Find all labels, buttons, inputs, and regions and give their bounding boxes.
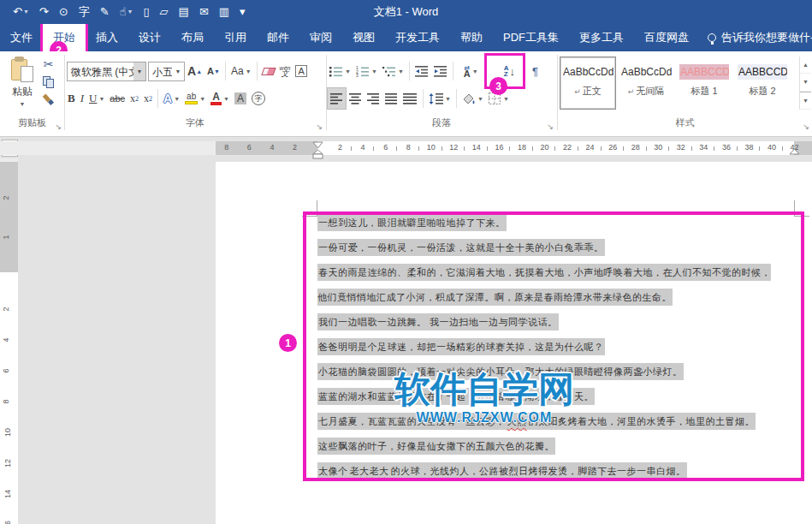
cut-icon[interactable]: ✂ xyxy=(44,58,54,70)
tab-引用[interactable]: 引用 xyxy=(214,24,257,51)
selected-text-spelling-error[interactable]: 火热 xyxy=(507,413,528,430)
character-shading-button[interactable]: A xyxy=(232,87,249,110)
italic-button[interactable]: I xyxy=(78,87,86,110)
tab-邮件[interactable]: 邮件 xyxy=(257,24,299,51)
tab-更多工具[interactable]: 更多工具 xyxy=(569,24,634,51)
style-正文[interactable]: AaBbCcDdE↵正文 xyxy=(560,57,616,110)
new-document-button[interactable]: ▯ xyxy=(139,0,153,24)
show-hide-marks-button[interactable]: ¶ xyxy=(530,60,541,82)
font-color-button[interactable]: A▼ xyxy=(208,87,232,110)
document-text[interactable]: 一想到这儿，眼泪就噼里啪啦地掉了下来。一份可爱，一份机灵，一份活泼，这就是十全十… xyxy=(317,211,771,484)
open-button[interactable]: ▱ xyxy=(156,0,173,24)
enclose-characters-button[interactable]: 字 xyxy=(249,87,268,110)
highlight-color-button[interactable]: ab▼ xyxy=(182,87,208,110)
line-spacing-button[interactable]: ▼ xyxy=(426,87,453,110)
style-无间隔[interactable]: AaBbCcDdE↵无间隔 xyxy=(618,57,674,110)
underline-button[interactable]: U▼ xyxy=(86,87,107,110)
change-case-button[interactable]: Aa▼ xyxy=(228,60,254,82)
chevron-down-icon[interactable]: ▼ xyxy=(133,63,145,80)
tab-百度网盘[interactable]: 百度网盘 xyxy=(634,24,699,51)
document-paragraph[interactable]: 太像个老大老大的火球，光线灼人，公路被烈日烤得发烫，脚踏下去一步一串白烟。 xyxy=(317,459,771,484)
clear-format-button[interactable] xyxy=(260,60,277,82)
styles-dialog-launcher[interactable]: ↘ xyxy=(803,122,809,131)
character-border-button[interactable]: A xyxy=(293,60,309,82)
selected-text-spelling-error[interactable]: 老大老大 xyxy=(349,462,390,479)
format-painter-icon[interactable] xyxy=(43,94,54,105)
selected-text[interactable]: 蓝蓝的湖水和蓝蓝的天连在了一起，分不清哪是湖水，哪是天。 xyxy=(317,388,595,405)
vertical-ruler[interactable]: 21246810121416 xyxy=(0,158,18,524)
shrink-font-button[interactable]: A▼ xyxy=(204,60,222,82)
save-button[interactable]: ▤ xyxy=(175,0,193,24)
document-paragraph[interactable]: 爸爸明明是个足球迷，却把一场精彩的球赛关掉，这是为什么呢？ xyxy=(317,335,771,360)
strikethrough-button[interactable]: abc xyxy=(107,87,127,110)
undo-button[interactable]: ↶▼ xyxy=(9,0,33,24)
style-标题 1[interactable]: AABBCCD标题 1 xyxy=(676,57,732,110)
tab-布局[interactable]: 布局 xyxy=(171,24,214,51)
selected-text[interactable]: 的火球，光线灼人，公路被烈日烤得发烫，脚踏下去一步一串白烟。 xyxy=(390,462,687,479)
styles-scroll-down-button[interactable]: ▼ xyxy=(800,74,811,91)
bold-button[interactable]: B xyxy=(65,87,78,110)
tab-文件[interactable]: 文件 xyxy=(0,24,43,51)
increase-indent-button[interactable] xyxy=(431,60,450,82)
paragraph-dialog-launcher[interactable]: ↘ xyxy=(547,122,554,131)
selected-text[interactable]: 春天的雨是连绵的、柔和的，它滋润着大地，抚摸着大地，小声地呼唤着大地，在人们不知… xyxy=(317,264,771,306)
tab-PDF工具集[interactable]: PDF工具集 xyxy=(493,24,569,51)
subscript-button[interactable]: x2 xyxy=(127,87,141,110)
tab-插入[interactable]: 插入 xyxy=(86,24,128,51)
style-标题 2[interactable]: AABBCCDI标题 2 xyxy=(734,57,791,110)
tab-帮助[interactable]: 帮助 xyxy=(450,24,493,51)
selected-text[interactable]: 太像个 xyxy=(317,462,349,479)
copy-icon[interactable] xyxy=(43,76,54,88)
redo-button[interactable]: ↷ xyxy=(35,0,53,24)
justify-button[interactable] xyxy=(382,87,400,110)
align-right-button[interactable] xyxy=(365,87,382,110)
align-left-button[interactable] xyxy=(327,87,347,110)
text-effects-button[interactable]: A▼ xyxy=(161,87,182,110)
selected-text[interactable]: 一想到这儿，眼泪就噼里啪啦地掉了下来。 xyxy=(317,214,507,231)
phonetic-guide-button[interactable]: wén文 xyxy=(277,60,293,82)
selected-text[interactable]: 小花猫的脑袋圆圆的，顶着一对尖尖的小耳朵，那大大的绿眼睛瞪得像两盏小绿灯。 xyxy=(317,363,684,380)
document-paragraph[interactable]: 春天的雨是连绵的、柔和的，它滋润着大地，抚摸着大地，小声地呼唤着大地，在人们不知… xyxy=(317,260,771,310)
font-dialog-launcher[interactable]: ↘ xyxy=(316,122,323,131)
paste-button[interactable]: 粘贴 ▼ xyxy=(5,57,39,113)
selected-text[interactable]: 爸爸明明是个足球迷，却把一场精彩的球赛关掉，这是为什么呢？ xyxy=(317,338,605,355)
email-attach-button[interactable]: ✉ xyxy=(195,0,213,24)
bullets-button[interactable]: ▼ xyxy=(327,60,353,82)
document-paragraph[interactable]: 我们一边唱歌一边跳舞。 我一边扫地一边与同学说话。 xyxy=(317,310,771,335)
styles-scroll-up-button[interactable]: ▲ xyxy=(800,57,811,74)
document-paragraph[interactable]: 小花猫的脑袋圆圆的，顶着一对尖尖的小耳朵，那大大的绿眼睛瞪得像两盏小绿灯。 xyxy=(317,360,771,384)
document-paragraph[interactable]: 蓝蓝的湖水和蓝蓝的天连在了一起，分不清哪是湖水，哪是天。 xyxy=(317,384,771,409)
customize-qat-button[interactable]: ▾ xyxy=(235,0,250,24)
selected-text[interactable]: 这些飘落的叶子，好像是仙女撒下的五颜六色的花瓣。 xyxy=(317,438,555,455)
multilevel-list-button[interactable]: ▼ xyxy=(380,60,406,82)
decrease-indent-button[interactable] xyxy=(412,60,431,82)
spelling-check-button[interactable]: 字 xyxy=(74,0,94,24)
tab-审阅[interactable]: 审阅 xyxy=(299,24,342,51)
grow-font-button[interactable]: A▲ xyxy=(185,60,204,82)
selected-text[interactable]: 的太阳炙烤着大地，河里的水烫手，地里的土冒烟。 xyxy=(528,413,756,430)
selected-text[interactable]: 七月盛夏，瓦蓝瓦蓝的天空没有一丝云彩， xyxy=(317,413,507,430)
shading-button[interactable]: ▼ xyxy=(459,87,486,110)
tab-视图[interactable]: 视图 xyxy=(342,24,385,51)
tell-me-box[interactable]: 告诉我你想要做什么 xyxy=(699,24,812,51)
tab-开始[interactable]: 开始2 xyxy=(43,24,86,51)
draw-edit-button[interactable]: ✎ xyxy=(96,0,114,24)
distribute-button[interactable] xyxy=(400,87,420,110)
styles-more-button[interactable]: ▼ xyxy=(800,92,811,110)
indent-markers[interactable] xyxy=(311,141,324,160)
quick-print-button[interactable]: ▥ xyxy=(215,0,234,24)
touch-mouse-mode-button[interactable]: ☝▼ xyxy=(116,0,138,24)
selected-text[interactable]: 我们一边唱歌一边跳舞。 我一边扫地一边与同学说话。 xyxy=(317,313,559,330)
document-paragraph[interactable]: 一份可爱，一份机灵，一份活泼，这就是十全十美的小白兔乖乖。 xyxy=(317,235,771,260)
tab-设计[interactable]: 设计 xyxy=(128,24,171,51)
horizontal-ruler[interactable]: 8642246810121416182022242628303234363840… xyxy=(0,141,812,155)
chevron-down-icon[interactable]: ▼ xyxy=(172,63,184,80)
font-size-combo[interactable]: 小五 ▼ xyxy=(148,62,185,81)
tab-开发工具[interactable]: 开发工具 xyxy=(385,24,450,51)
document-paragraph[interactable]: 一想到这儿，眼泪就噼里啪啦地掉了下来。 xyxy=(317,211,771,235)
right-indent-marker[interactable] xyxy=(788,148,801,156)
selected-text[interactable]: 一份可爱，一份机灵，一份活泼，这就是十全十美的小白兔乖乖。 xyxy=(317,239,605,256)
font-name-combo[interactable]: 微软雅黑 (中文 ▼ xyxy=(67,62,146,81)
document-paragraph[interactable]: 这些飘落的叶子，好像是仙女撒下的五颜六色的花瓣。 xyxy=(317,434,771,459)
print-preview-button[interactable]: ⊙ xyxy=(55,0,73,24)
